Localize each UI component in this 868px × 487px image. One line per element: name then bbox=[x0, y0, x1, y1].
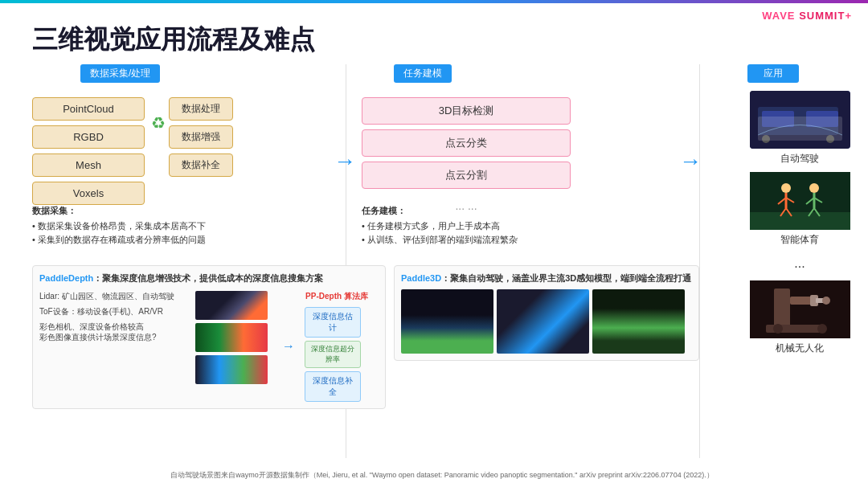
svg-rect-21 bbox=[774, 289, 790, 329]
arrow-middle-to-right: → bbox=[679, 149, 702, 174]
left-section: 数据采集/处理 PointCloud RGBD Mesh Voxels ♻ 数据… bbox=[32, 64, 321, 205]
middle-desc-item-2: 从训练、评估到部署的端到端流程繁杂 bbox=[362, 234, 587, 246]
task-item-segmentation: 点云分割 bbox=[362, 162, 571, 189]
app-smart-sports: 智能体育 bbox=[747, 172, 852, 247]
svg-point-27 bbox=[773, 324, 783, 334]
process-items-list: ♻ 数据处理 数据增强 数据补全 bbox=[169, 97, 233, 205]
data-item-mesh: Mesh bbox=[32, 153, 145, 177]
robotic-image bbox=[750, 280, 850, 338]
middle-section: 任务建模 3D目标检测 点云分类 点云分割 ... ... bbox=[362, 64, 571, 218]
task-items-list: 3D目标检测 点云分类 点云分割 ... ... bbox=[362, 97, 571, 218]
left-desc: 数据采集： 数据采集设备价格昂贵，采集成本居高不下 采集到的数据存在稀疏或者分辨… bbox=[32, 205, 313, 248]
camera-label: 彩色相机、深度设备价格较高彩色图像直接供计场景深度信息? bbox=[39, 321, 157, 342]
lidar-label: Lidar: 矿山园区、物流园区、自动驾驶 bbox=[39, 291, 174, 301]
logo-plus: + bbox=[845, 10, 852, 22]
middle-desc-item-1: 任务建模方式多，用户上手成本高 bbox=[362, 220, 587, 232]
depth-card-1: 深度信息估计 bbox=[305, 307, 361, 338]
pp-depth-cards: PP-Depth 算法库 深度信息估计 深度信息超分辨率 深度信息补全 bbox=[305, 291, 369, 402]
depth-images-col bbox=[195, 291, 268, 402]
left-desc-item-1: 数据采集设备价格昂贵，采集成本居高不下 bbox=[32, 220, 313, 232]
app-badge: 应用 bbox=[747, 64, 799, 83]
robotic-label: 机械无人化 bbox=[776, 342, 824, 355]
depth-arrow: → bbox=[282, 291, 295, 402]
depth-left: Lidar: 矿山园区、物流园区、自动驾驶 ToF设备：移动设备(手机)、AR/… bbox=[39, 291, 184, 402]
svg-point-4 bbox=[762, 135, 770, 143]
app-robotic: 机械无人化 bbox=[747, 280, 852, 355]
auto-driving-image bbox=[750, 91, 850, 149]
paddle3d-name: Paddle3D bbox=[401, 273, 441, 283]
p3d-image-3 bbox=[592, 289, 685, 354]
sports-svg bbox=[750, 172, 850, 230]
data-items-list: PointCloud RGBD Mesh Voxels bbox=[32, 97, 145, 205]
auto-driving-svg bbox=[750, 91, 850, 149]
arrow-left-to-middle: → bbox=[334, 149, 356, 174]
logo-wave: WAVE bbox=[762, 10, 795, 22]
pp-depth-label: PP-Depth 算法库 bbox=[305, 291, 369, 302]
svg-point-5 bbox=[826, 135, 834, 143]
task-item-classification: 点云分类 bbox=[362, 129, 571, 157]
left-desc-list: 数据采集设备价格昂贵，采集成本居高不下 采集到的数据存在稀疏或者分辨率低的问题 bbox=[32, 220, 313, 247]
right-section: 应用 自动驾驶 bbox=[747, 64, 852, 355]
top-accent-line bbox=[0, 0, 868, 3]
depth-row-camera: 彩色相机、深度设备价格较高彩色图像直接供计场景深度信息? bbox=[39, 321, 184, 342]
app-auto-driving: 自动驾驶 bbox=[747, 91, 852, 166]
depth-image-3 bbox=[195, 355, 268, 384]
svg-point-28 bbox=[817, 324, 827, 334]
paddle-depth-name: PaddleDepth bbox=[39, 273, 93, 283]
wave-summit-logo: WAVE SUMMIT+ bbox=[762, 10, 852, 22]
divider-right bbox=[699, 64, 700, 458]
depth-row-tof: ToF设备：移动设备(手机)、AR/VR bbox=[39, 306, 184, 317]
paddle3d-images bbox=[401, 289, 692, 354]
recycle-icon: ♻ bbox=[151, 113, 166, 133]
paddle3d-section: Paddle3D：聚集自动驾驶，涵盖业界主流3D感知模型，端到端全流程打通 bbox=[394, 265, 699, 361]
more-dots: ... bbox=[747, 256, 852, 271]
left-desc-item-2: 采集到的数据存在稀疏或者分辨率低的问题 bbox=[32, 234, 313, 246]
depth-row-lidar: Lidar: 矿山园区、物流园区、自动驾驶 bbox=[39, 291, 184, 301]
process-item-2: 数据增强 bbox=[169, 125, 233, 149]
page-title: 三维视觉应用流程及难点 bbox=[32, 23, 315, 58]
robotic-svg bbox=[750, 280, 850, 338]
middle-desc-list: 任务建模方式多，用户上手成本高 从训练、评估到部署的端到端流程繁杂 bbox=[362, 220, 587, 247]
task-item-detection: 3D目标检测 bbox=[362, 97, 571, 125]
svg-rect-3 bbox=[806, 111, 838, 127]
smart-sports-label: 智能体育 bbox=[780, 233, 819, 247]
process-item-3: 数据补全 bbox=[169, 153, 233, 177]
depth-card-2: 深度信息超分辨率 bbox=[305, 341, 361, 368]
middle-desc: 任务建模： 任务建模方式多，用户上手成本高 从训练、评估到部署的端到端流程繁杂 bbox=[362, 205, 587, 248]
paddle3d-title: Paddle3D：聚集自动驾驶，涵盖业界主流3D感知模型，端到端全流程打通 bbox=[401, 272, 692, 284]
p3d-image-2 bbox=[497, 289, 589, 354]
depth-image-1 bbox=[195, 291, 268, 320]
task-modeling-badge: 任务建模 bbox=[394, 64, 452, 83]
depth-content: Lidar: 矿山园区、物流园区、自动驾驶 ToF设备：移动设备(手机)、AR/… bbox=[39, 291, 379, 402]
data-item-pointcloud: PointCloud bbox=[32, 97, 145, 121]
svg-rect-7 bbox=[750, 212, 850, 230]
left-desc-title: 数据采集： bbox=[32, 205, 313, 217]
bottom-caption: 自动驾驶场景图来自waymo开源数据集制作（Mei, Jieru, et al.… bbox=[32, 470, 852, 481]
smart-sports-image bbox=[750, 172, 850, 230]
data-item-voxels: Voxels bbox=[32, 182, 145, 205]
app-images-list: 自动驾驶 bbox=[747, 91, 852, 355]
tof-label: ToF设备：移动设备(手机)、AR/VR bbox=[39, 306, 163, 317]
logo-summit: SUMMIT bbox=[796, 10, 845, 22]
process-item-1: 数据处理 bbox=[169, 97, 233, 121]
p3d-image-1 bbox=[401, 289, 493, 354]
svg-point-25 bbox=[822, 297, 830, 305]
paddle-depth-title: PaddleDepth：聚集深度信息增强技术，提供低成本的深度信息搜集方案 bbox=[39, 272, 379, 284]
auto-driving-label: 自动驾驶 bbox=[780, 152, 819, 166]
svg-rect-0 bbox=[750, 91, 850, 149]
data-item-rgbd: RGBD bbox=[32, 125, 145, 149]
middle-desc-title: 任务建模： bbox=[362, 205, 587, 217]
svg-rect-2 bbox=[762, 111, 794, 127]
svg-point-8 bbox=[781, 183, 791, 193]
svg-point-14 bbox=[809, 183, 819, 193]
depth-card-3: 深度信息补全 bbox=[305, 371, 361, 402]
data-collection-badge: 数据采集/处理 bbox=[80, 64, 160, 83]
depth-image-2 bbox=[195, 323, 268, 352]
paddle-depth-section: PaddleDepth：聚集深度信息增强技术，提供低成本的深度信息搜集方案 Li… bbox=[32, 265, 386, 409]
